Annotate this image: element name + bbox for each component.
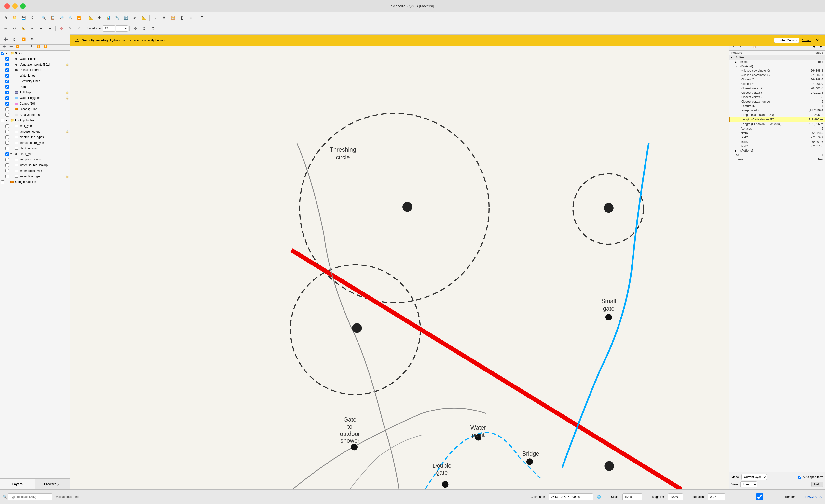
locate-input[interactable] [8,493,52,500]
layer-check-buildings[interactable] [5,91,9,94]
layer-check-water-poly[interactable] [5,96,9,100]
layer-item-water-pt-type[interactable]: water_point_type [0,168,70,174]
view-select[interactable]: Tree Table Graph [740,482,757,487]
filter-button[interactable]: 🔽 [19,35,27,43]
label-unit-select[interactable]: px mm pt [116,25,128,32]
layer-item-poi[interactable]: Points of Interest [0,67,70,73]
maximize-button[interactable] [20,3,25,9]
layer-check-poi[interactable] [5,69,9,72]
check-button[interactable]: ✓ [75,25,83,32]
cursor-button[interactable]: ⤵ [151,14,159,21]
label-button[interactable]: 🔡 [122,14,130,21]
measure-button[interactable]: 📐 [86,14,95,21]
layer-item-elec-lines[interactable]: Electricity Lines [0,79,70,84]
layer-item-3dline[interactable]: ▼ 📁 3dline [0,51,70,56]
map-svg[interactable]: Threshing circle Small gate Gate to outd… [70,46,729,489]
layer-check-landuse[interactable] [5,130,9,134]
layer-item-infra[interactable]: infrastructure_type [0,140,70,146]
delete-button[interactable]: ✕ [66,25,74,32]
zoom-in-button[interactable]: 🔎 [57,14,66,21]
layer-item-veg-points[interactable]: Vegetation points [301] 🔒 [0,62,70,68]
refresh-button[interactable]: 🔁 [75,14,83,21]
snap-off-button[interactable]: ⊘ [140,25,148,32]
rotation-input[interactable] [708,493,725,500]
expand-3dline[interactable]: ▼ [5,52,9,55]
magnifier-input[interactable] [668,493,683,500]
pan-tool-button[interactable]: 🖱 [1,14,10,21]
redo-button[interactable]: ↪ [46,25,54,32]
id-section-derived[interactable]: ▼ (Derived) [730,64,825,69]
table-button[interactable]: ⊞ [160,14,168,21]
layer-check-wall[interactable] [5,124,9,128]
scale-input[interactable] [622,493,642,500]
save-button[interactable]: 💾 [19,14,27,21]
help-button[interactable]: Help [812,482,823,487]
layer-check-camps[interactable] [5,102,9,105]
tab-browser[interactable]: Browser (2) [35,479,70,489]
layer-check-water-pt[interactable] [5,169,9,172]
layer-check-infra[interactable] [5,141,9,145]
text-button[interactable]: T [198,14,206,21]
enable-macros-button[interactable]: Enable Macros [774,37,799,43]
add-layer-button[interactable]: ➕ [1,35,10,43]
remove-layer-button[interactable]: 🗑 [10,35,19,43]
layer-check-water-line-type[interactable] [5,175,9,178]
stats-button[interactable]: ∑ [177,14,186,21]
layer-item-water-src[interactable]: water_source_lookup [0,162,70,168]
undo-button[interactable]: ↩ [37,25,45,32]
plugins-button[interactable]: 🖊 [131,14,139,21]
calculator-button[interactable]: 🧮 [169,14,177,21]
layer-item-landuse[interactable]: landuse_lookup 🔒 [0,129,70,135]
layer-item-buildings[interactable]: Buildings 🔒 [0,90,70,95]
id-section-actions[interactable]: ▶ (Actions) [730,149,825,153]
layer-item-vw-plants[interactable]: vw_plant_counts [0,157,70,162]
epsg-badge[interactable]: EPSG:20790 [805,495,822,499]
vertex-button[interactable]: 📐 [140,14,148,21]
snap-button[interactable]: ✛ [57,25,66,32]
chart-button[interactable]: 📊 [104,14,112,21]
layer-check-water-src[interactable] [5,163,9,167]
layer-check-paths[interactable] [5,85,9,89]
layer-check-clearing[interactable] [5,107,9,111]
layer-item-lookup[interactable]: ▼ 📁 Lookup Tables [0,118,70,123]
select-button[interactable]: 📋 [48,14,57,21]
expand-plant-type[interactable]: ▼ [10,152,13,156]
layer-check-veg[interactable] [5,63,9,66]
snap-settings-button[interactable]: ⚙ [149,25,157,32]
minimize-button[interactable] [12,3,18,9]
layer-item-plant-type[interactable]: ▼ plant_type [0,151,70,157]
tools-button[interactable]: 🔧 [113,14,121,21]
more-link[interactable]: 1 more [802,38,811,42]
layer-check-elec[interactable] [5,80,9,83]
settings-button[interactable]: ⚙ [95,14,103,21]
fields-button[interactable]: ≡ [186,14,195,21]
id-row-name-top[interactable]: ▶ name Test [730,60,825,64]
close-button[interactable] [4,3,10,9]
crosshair-button[interactable]: ✛ [131,25,140,32]
layer-item-paths[interactable]: Paths [0,84,70,90]
tab-layers[interactable]: Layers [0,479,35,489]
node-tool-button[interactable]: ⬡ [10,25,19,32]
warning-close-button[interactable]: ✕ [814,37,820,43]
layer-check-elec-types[interactable] [5,136,9,139]
open-project-button[interactable]: 📂 [10,14,19,21]
layer-item-water-poly[interactable]: Water Polygons 🔒 [0,95,70,101]
layer-item-water-points[interactable]: Water Points [0,56,70,62]
layer-item-google[interactable]: Google Satellite [0,179,70,185]
layer-check-water-lines[interactable] [5,74,9,78]
layer-check-google[interactable] [1,180,4,184]
layer-item-water-lines[interactable]: Water Lines [0,73,70,79]
id-section-3dline[interactable]: ▼ 3dline [730,55,825,60]
layer-check-lookup[interactable] [1,119,4,122]
map-canvas[interactable]: Threshing circle Small gate Gate to outd… [70,35,729,489]
edit-pencil-button[interactable]: ✏ [1,25,10,32]
layer-check-water-points[interactable] [5,57,9,61]
layer-check-vw-plants[interactable] [5,158,9,161]
mode-select[interactable]: Current layer Top down All layers [741,474,767,480]
render-checkbox[interactable] [735,493,784,500]
label-size-input[interactable]: 12 [103,25,115,32]
geometry-button[interactable]: 📐 [19,25,27,32]
layer-item-camps[interactable]: Camps [20] [0,101,70,106]
layer-item-elec-types[interactable]: electric_line_types [0,135,70,140]
layer-check-3dline[interactable] [1,52,4,55]
